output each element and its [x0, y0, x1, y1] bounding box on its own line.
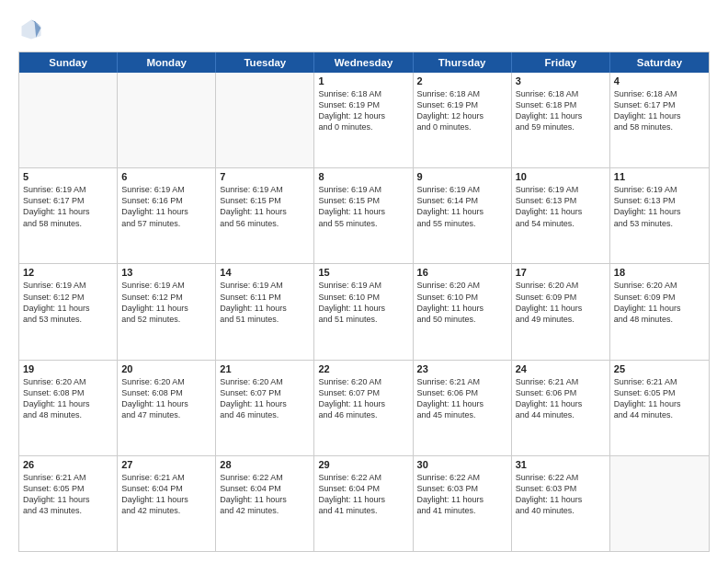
calendar-cell-18: 18Sunrise: 6:20 AM Sunset: 6:09 PM Dayli… — [610, 264, 709, 359]
calendar-header-cell: Wednesday — [314, 52, 413, 73]
page: SundayMondayTuesdayWednesdayThursdayFrid… — [0, 0, 728, 563]
cell-day-number: 5 — [23, 171, 113, 182]
cell-day-number: 12 — [23, 267, 113, 278]
calendar-cell-11: 11Sunrise: 6:19 AM Sunset: 6:13 PM Dayli… — [610, 168, 709, 263]
calendar-header-row: SundayMondayTuesdayWednesdayThursdayFrid… — [19, 52, 709, 73]
calendar-cell-24: 24Sunrise: 6:21 AM Sunset: 6:06 PM Dayli… — [512, 361, 610, 455]
logo — [18, 17, 48, 42]
calendar-cell-10: 10Sunrise: 6:19 AM Sunset: 6:13 PM Dayli… — [512, 168, 610, 263]
cell-day-number: 30 — [417, 459, 507, 470]
calendar-cell-empty — [610, 456, 709, 551]
cell-info-text: Sunrise: 6:22 AM Sunset: 6:04 PM Dayligh… — [318, 472, 408, 517]
cell-info-text: Sunrise: 6:19 AM Sunset: 6:10 PM Dayligh… — [318, 280, 408, 325]
cell-day-number: 6 — [121, 171, 211, 182]
cell-day-number: 26 — [23, 459, 113, 470]
cell-info-text: Sunrise: 6:19 AM Sunset: 6:15 PM Dayligh… — [220, 184, 310, 229]
calendar-cell-22: 22Sunrise: 6:20 AM Sunset: 6:07 PM Dayli… — [314, 361, 413, 455]
cell-info-text: Sunrise: 6:19 AM Sunset: 6:11 PM Dayligh… — [220, 280, 310, 325]
calendar-cell-8: 8Sunrise: 6:19 AM Sunset: 6:15 PM Daylig… — [314, 168, 413, 263]
calendar-cell-5: 5Sunrise: 6:19 AM Sunset: 6:17 PM Daylig… — [19, 168, 118, 263]
cell-info-text: Sunrise: 6:20 AM Sunset: 6:09 PM Dayligh… — [614, 280, 705, 325]
cell-info-text: Sunrise: 6:21 AM Sunset: 6:05 PM Dayligh… — [23, 472, 113, 517]
calendar-cell-12: 12Sunrise: 6:19 AM Sunset: 6:12 PM Dayli… — [19, 264, 118, 359]
cell-info-text: Sunrise: 6:22 AM Sunset: 6:03 PM Dayligh… — [516, 472, 606, 517]
calendar-cell-4: 4Sunrise: 6:18 AM Sunset: 6:17 PM Daylig… — [610, 73, 709, 167]
cell-day-number: 3 — [516, 75, 606, 86]
cell-info-text: Sunrise: 6:18 AM Sunset: 6:19 PM Dayligh… — [417, 88, 507, 133]
calendar: SundayMondayTuesdayWednesdayThursdayFrid… — [18, 52, 710, 552]
calendar-cell-14: 14Sunrise: 6:19 AM Sunset: 6:11 PM Dayli… — [216, 264, 314, 359]
calendar-header-cell: Thursday — [414, 52, 512, 73]
cell-info-text: Sunrise: 6:18 AM Sunset: 6:17 PM Dayligh… — [614, 88, 705, 133]
cell-day-number: 18 — [614, 267, 705, 278]
cell-info-text: Sunrise: 6:20 AM Sunset: 6:08 PM Dayligh… — [23, 376, 113, 421]
calendar-cell-30: 30Sunrise: 6:22 AM Sunset: 6:03 PM Dayli… — [414, 456, 512, 551]
cell-info-text: Sunrise: 6:19 AM Sunset: 6:12 PM Dayligh… — [23, 280, 113, 325]
cell-info-text: Sunrise: 6:20 AM Sunset: 6:10 PM Dayligh… — [417, 280, 507, 325]
logo-icon — [18, 17, 44, 42]
cell-day-number: 24 — [516, 363, 606, 374]
cell-info-text: Sunrise: 6:19 AM Sunset: 6:13 PM Dayligh… — [614, 184, 705, 229]
calendar-cell-13: 13Sunrise: 6:19 AM Sunset: 6:12 PM Dayli… — [118, 264, 216, 359]
calendar-week-4: 19Sunrise: 6:20 AM Sunset: 6:08 PM Dayli… — [19, 361, 709, 456]
calendar-cell-6: 6Sunrise: 6:19 AM Sunset: 6:16 PM Daylig… — [118, 168, 216, 263]
calendar-cell-20: 20Sunrise: 6:20 AM Sunset: 6:08 PM Dayli… — [118, 361, 216, 455]
cell-day-number: 16 — [417, 267, 507, 278]
cell-info-text: Sunrise: 6:21 AM Sunset: 6:04 PM Dayligh… — [121, 472, 211, 517]
cell-day-number: 2 — [417, 75, 507, 86]
cell-info-text: Sunrise: 6:20 AM Sunset: 6:09 PM Dayligh… — [516, 280, 606, 325]
calendar-week-1: 1Sunrise: 6:18 AM Sunset: 6:19 PM Daylig… — [19, 73, 709, 168]
cell-info-text: Sunrise: 6:22 AM Sunset: 6:04 PM Dayligh… — [220, 472, 310, 517]
cell-info-text: Sunrise: 6:19 AM Sunset: 6:15 PM Dayligh… — [318, 184, 408, 229]
cell-info-text: Sunrise: 6:20 AM Sunset: 6:07 PM Dayligh… — [220, 376, 310, 421]
cell-day-number: 20 — [121, 363, 211, 374]
cell-info-text: Sunrise: 6:19 AM Sunset: 6:17 PM Dayligh… — [23, 184, 113, 229]
calendar-cell-2: 2Sunrise: 6:18 AM Sunset: 6:19 PM Daylig… — [414, 73, 512, 167]
calendar-cell-19: 19Sunrise: 6:20 AM Sunset: 6:08 PM Dayli… — [19, 361, 118, 455]
cell-day-number: 11 — [614, 171, 705, 182]
calendar-header-cell: Friday — [512, 52, 610, 73]
cell-info-text: Sunrise: 6:21 AM Sunset: 6:06 PM Dayligh… — [417, 376, 507, 421]
cell-info-text: Sunrise: 6:19 AM Sunset: 6:13 PM Dayligh… — [516, 184, 606, 229]
cell-info-text: Sunrise: 6:18 AM Sunset: 6:19 PM Dayligh… — [318, 88, 408, 133]
calendar-cell-empty — [216, 73, 314, 167]
cell-day-number: 8 — [318, 171, 408, 182]
calendar-cell-26: 26Sunrise: 6:21 AM Sunset: 6:05 PM Dayli… — [19, 456, 118, 551]
calendar-cell-25: 25Sunrise: 6:21 AM Sunset: 6:05 PM Dayli… — [610, 361, 709, 455]
calendar-cell-9: 9Sunrise: 6:19 AM Sunset: 6:14 PM Daylig… — [414, 168, 512, 263]
calendar-week-5: 26Sunrise: 6:21 AM Sunset: 6:05 PM Dayli… — [19, 456, 709, 551]
cell-info-text: Sunrise: 6:19 AM Sunset: 6:16 PM Dayligh… — [121, 184, 211, 229]
cell-day-number: 13 — [121, 267, 211, 278]
cell-day-number: 7 — [220, 171, 310, 182]
calendar-cell-3: 3Sunrise: 6:18 AM Sunset: 6:18 PM Daylig… — [512, 73, 610, 167]
calendar-week-2: 5Sunrise: 6:19 AM Sunset: 6:17 PM Daylig… — [19, 168, 709, 264]
calendar-cell-21: 21Sunrise: 6:20 AM Sunset: 6:07 PM Dayli… — [216, 361, 314, 455]
calendar-body: 1Sunrise: 6:18 AM Sunset: 6:19 PM Daylig… — [19, 73, 709, 551]
cell-info-text: Sunrise: 6:19 AM Sunset: 6:12 PM Dayligh… — [121, 280, 211, 325]
cell-day-number: 19 — [23, 363, 113, 374]
cell-info-text: Sunrise: 6:22 AM Sunset: 6:03 PM Dayligh… — [417, 472, 507, 517]
cell-day-number: 10 — [516, 171, 606, 182]
cell-day-number: 21 — [220, 363, 310, 374]
calendar-cell-7: 7Sunrise: 6:19 AM Sunset: 6:15 PM Daylig… — [216, 168, 314, 263]
calendar-cell-empty — [118, 73, 216, 167]
cell-day-number: 25 — [614, 363, 705, 374]
cell-day-number: 4 — [614, 75, 705, 86]
cell-day-number: 23 — [417, 363, 507, 374]
cell-day-number: 17 — [516, 267, 606, 278]
cell-day-number: 29 — [318, 459, 408, 470]
cell-day-number: 27 — [121, 459, 211, 470]
calendar-cell-empty — [19, 73, 118, 167]
cell-day-number: 15 — [318, 267, 408, 278]
calendar-cell-1: 1Sunrise: 6:18 AM Sunset: 6:19 PM Daylig… — [314, 73, 413, 167]
cell-info-text: Sunrise: 6:18 AM Sunset: 6:18 PM Dayligh… — [516, 88, 606, 133]
calendar-cell-17: 17Sunrise: 6:20 AM Sunset: 6:09 PM Dayli… — [512, 264, 610, 359]
calendar-header-cell: Saturday — [610, 52, 709, 73]
calendar-cell-27: 27Sunrise: 6:21 AM Sunset: 6:04 PM Dayli… — [118, 456, 216, 551]
calendar-week-3: 12Sunrise: 6:19 AM Sunset: 6:12 PM Dayli… — [19, 264, 709, 360]
cell-info-text: Sunrise: 6:20 AM Sunset: 6:07 PM Dayligh… — [318, 376, 408, 421]
calendar-header-cell: Tuesday — [216, 52, 314, 73]
cell-day-number: 14 — [220, 267, 310, 278]
cell-day-number: 28 — [220, 459, 310, 470]
cell-day-number: 1 — [318, 75, 408, 86]
